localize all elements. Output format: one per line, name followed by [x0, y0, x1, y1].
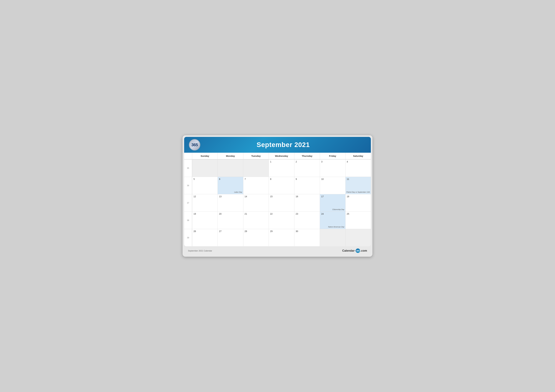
day-header-thursday: Thursday: [294, 153, 320, 159]
holiday-label: Native American Day: [328, 226, 344, 228]
calendar-cell[interactable]: 7: [243, 177, 269, 194]
date-number: 26: [193, 230, 216, 233]
calendar-cell[interactable]: 12: [192, 194, 218, 212]
calendar-cell[interactable]: 2: [294, 159, 320, 177]
holiday-label: Patriot Day or September 11th: [346, 191, 370, 193]
date-number: 6: [219, 178, 242, 180]
date-number: 22: [270, 213, 293, 215]
date-number: 15: [270, 195, 293, 198]
date-number: 8: [270, 178, 293, 180]
calendar-cell[interactable]: 8: [269, 177, 294, 194]
calendar-cell[interactable]: [320, 229, 345, 246]
week-number: 35: [184, 159, 192, 177]
calendar-grid: 3512343656Labor Day7891011Patriot Day or…: [184, 159, 371, 246]
logo-badge: 365: [189, 139, 200, 150]
date-number: 23: [296, 213, 319, 215]
day-headers-row: Sunday Monday Tuesday Wednesday Thursday…: [184, 153, 371, 159]
calendar-cell[interactable]: 30: [294, 229, 320, 246]
page-wrapper: 365 September 2021 Sunday Monday Tuesday…: [183, 135, 372, 257]
calendar-container: 365 September 2021 Sunday Monday Tuesday…: [184, 137, 371, 246]
day-header-saturday: Saturday: [345, 153, 371, 159]
calendar-cell[interactable]: 29: [269, 229, 294, 246]
calendar-cell[interactable]: 3: [320, 159, 345, 177]
footer-brand: Calendar- 365 .com: [342, 249, 367, 253]
calendar-cell[interactable]: 17Citizenship Day: [320, 194, 345, 212]
calendar-cell[interactable]: [192, 159, 218, 177]
calendar-cell[interactable]: 16: [294, 194, 320, 212]
date-number: 20: [219, 213, 242, 215]
calendar-cell[interactable]: 28: [243, 229, 269, 246]
date-number: 4: [347, 160, 370, 163]
date-number: 29: [270, 230, 293, 233]
date-number: 25: [347, 213, 370, 215]
calendar-cell[interactable]: 18: [345, 194, 371, 212]
calendar-footer: September 2021 Calendar Calendar- 365 .c…: [184, 246, 371, 255]
calendar-cell[interactable]: 6Labor Day: [218, 177, 243, 194]
date-number: 5: [193, 178, 216, 180]
calendar-cell[interactable]: 10: [320, 177, 345, 194]
calendar-cell[interactable]: [243, 159, 269, 177]
brand-text-post: .com: [360, 249, 367, 252]
week-number: 39: [184, 229, 192, 246]
date-number: 19: [193, 213, 216, 215]
date-number: 13: [219, 195, 242, 198]
week-number: 36: [184, 177, 192, 194]
week-num-header-empty: [184, 153, 192, 159]
date-number: 2: [296, 160, 319, 163]
day-header-wednesday: Wednesday: [269, 153, 294, 159]
calendar-cell[interactable]: 27: [218, 229, 243, 246]
day-header-monday: Monday: [218, 153, 243, 159]
calendar-cell[interactable]: 14: [243, 194, 269, 212]
date-number: 12: [193, 195, 216, 198]
calendar-cell[interactable]: 4: [345, 159, 371, 177]
week-number: 37: [184, 194, 192, 212]
date-number: 21: [245, 213, 267, 215]
day-header-tuesday: Tuesday: [243, 153, 269, 159]
calendar-cell[interactable]: 5: [192, 177, 218, 194]
calendar-cell[interactable]: 9: [294, 177, 320, 194]
calendar-cell[interactable]: 11Patriot Day or September 11th: [345, 177, 371, 194]
date-number: 30: [296, 230, 319, 233]
date-number: 17: [321, 195, 344, 198]
calendar-cell[interactable]: 19: [192, 212, 218, 229]
calendar-cell[interactable]: 13: [218, 194, 243, 212]
week-number: 38: [184, 212, 192, 229]
date-number: 24: [321, 213, 344, 215]
day-header-friday: Friday: [320, 153, 345, 159]
day-header-sunday: Sunday: [192, 153, 218, 159]
date-number: 27: [219, 230, 242, 233]
holiday-label: Labor Day: [234, 191, 242, 193]
calendar-header: 365 September 2021: [184, 137, 371, 153]
calendar-cell[interactable]: 22: [269, 212, 294, 229]
date-number: 9: [296, 178, 319, 180]
calendar-cell[interactable]: 26: [192, 229, 218, 246]
date-number: 1: [270, 160, 293, 163]
brand-badge: 365: [356, 249, 360, 253]
date-number: 7: [245, 178, 267, 180]
date-number: 3: [321, 160, 344, 163]
calendar-cell[interactable]: [218, 159, 243, 177]
calendar-cell[interactable]: 21: [243, 212, 269, 229]
calendar-cell[interactable]: 1: [269, 159, 294, 177]
holiday-label: Citizenship Day: [332, 208, 344, 211]
date-number: 16: [296, 195, 319, 198]
calendar-cell[interactable]: 25: [345, 212, 371, 229]
calendar-cell[interactable]: 15: [269, 194, 294, 212]
calendar-cell[interactable]: 23: [294, 212, 320, 229]
date-number: 14: [245, 195, 267, 198]
brand-text-pre: Calendar-: [342, 249, 355, 252]
date-number: 10: [321, 178, 344, 180]
date-number: 28: [245, 230, 267, 233]
calendar-cell[interactable]: 20: [218, 212, 243, 229]
date-number: 18: [347, 195, 370, 198]
date-number: 11: [347, 178, 370, 180]
calendar-title: September 2021: [200, 141, 366, 149]
calendar-cell[interactable]: [345, 229, 371, 246]
calendar-cell[interactable]: 24Native American Day: [320, 212, 345, 229]
footer-caption: September 2021 Calendar: [188, 249, 212, 252]
